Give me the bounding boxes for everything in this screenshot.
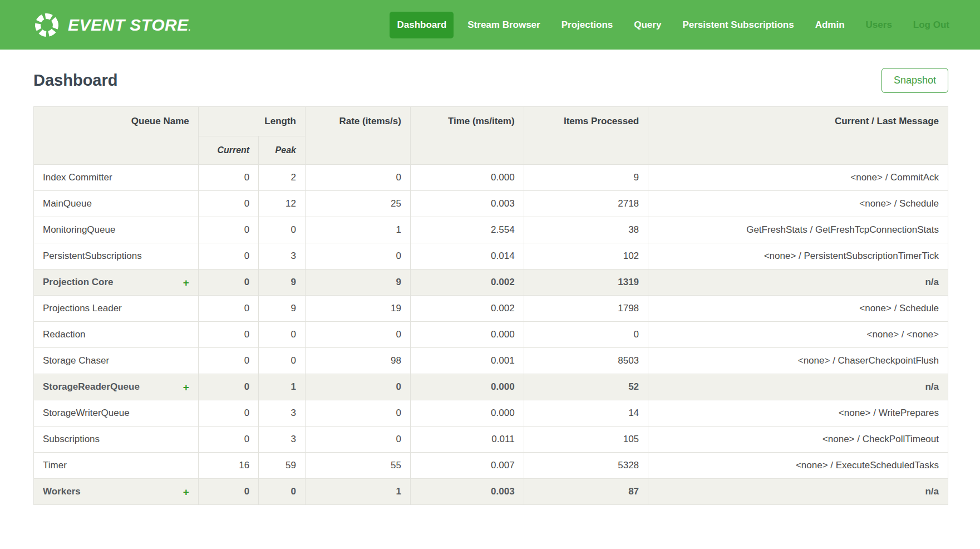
cell-message: <none> / <none> <box>648 322 948 348</box>
cell-rate: 9 <box>305 269 410 296</box>
cell-rate: 55 <box>305 453 410 479</box>
cell-rate: 25 <box>305 191 410 217</box>
cell-current: 0 <box>198 479 258 505</box>
cell-rate: 0 <box>305 165 410 191</box>
top-navbar: EVENT STORE. DashboardStream BrowserProj… <box>0 0 980 50</box>
cell-message: <none> / PersistentSubscriptionTimerTick <box>648 243 948 269</box>
queues-table-container: Queue Name Length Rate (items/s) Time (m… <box>0 93 980 505</box>
queue-name-label: Projection Core <box>43 277 114 288</box>
cell-items-processed: 0 <box>524 322 648 348</box>
cell-current: 0 <box>198 296 258 322</box>
cell-message: <none> / Schedule <box>648 296 948 322</box>
table-row: MainQueue 0 12 25 0.003 2718 <none> / Sc… <box>34 191 948 217</box>
queue-name-label: Timer <box>43 460 67 471</box>
table-row: Workers + 0 0 1 0.003 87 n/a <box>34 479 948 505</box>
nav-item-users[interactable]: Users <box>859 12 899 38</box>
cell-time: 0.011 <box>410 427 524 453</box>
nav-item-log-out[interactable]: Log Out <box>906 12 957 38</box>
table-row: Projection Core + 0 9 9 0.002 1319 n/a <box>34 269 948 296</box>
cell-peak: 3 <box>259 427 306 453</box>
brand-name: EVENT STORE. <box>68 16 191 35</box>
queue-name-label: Subscriptions <box>43 434 100 445</box>
cell-items-processed: 2718 <box>524 191 648 217</box>
cell-peak: 0 <box>259 322 306 348</box>
queue-table-body: Index Committer 0 2 0 0.000 9 <none> / C… <box>34 165 948 505</box>
table-row: Projections Leader 0 9 19 0.002 1798 <no… <box>34 296 948 322</box>
expand-plus-icon[interactable]: + <box>183 277 189 288</box>
cell-message: <none> / WritePrepares <box>648 400 948 427</box>
table-row: Subscriptions 0 3 0 0.011 105 <none> / C… <box>34 427 948 453</box>
cell-current: 0 <box>198 322 258 348</box>
nav-item-projections[interactable]: Projections <box>554 12 620 38</box>
queue-name-label: Storage Chaser <box>43 355 109 366</box>
table-row: PersistentSubscriptions 0 3 0 0.014 102 … <box>34 243 948 269</box>
queue-name-label: MonitoringQueue <box>43 224 115 236</box>
queue-name-label: PersistentSubscriptions <box>43 251 142 262</box>
queue-name-label: Index Committer <box>43 172 112 183</box>
cell-rate: 1 <box>305 479 410 505</box>
queue-name-label: Projections Leader <box>43 303 122 314</box>
cell-items-processed: 9 <box>524 165 648 191</box>
cell-rate: 1 <box>305 217 410 243</box>
cell-current: 0 <box>198 165 258 191</box>
cell-time: 0.002 <box>410 269 524 296</box>
cell-current: 0 <box>198 400 258 427</box>
cell-message: GetFreshStats / GetFreshTcpConnectionSta… <box>648 217 948 243</box>
cell-time: 0.014 <box>410 243 524 269</box>
nav-item-query[interactable]: Query <box>627 12 668 38</box>
table-row: Storage Chaser 0 0 98 0.001 8503 <none> … <box>34 348 948 374</box>
cell-peak: 2 <box>259 165 306 191</box>
cell-items-processed: 1319 <box>524 269 648 296</box>
expand-plus-icon[interactable]: + <box>183 382 189 393</box>
cell-current: 0 <box>198 217 258 243</box>
table-row: MonitoringQueue 0 0 1 2.554 38 GetFreshS… <box>34 217 948 243</box>
cell-items-processed: 38 <box>524 217 648 243</box>
cell-items-processed: 105 <box>524 427 648 453</box>
cell-time: 2.554 <box>410 217 524 243</box>
cell-message: <none> / ChaserCheckpointFlush <box>648 348 948 374</box>
nav-item-stream-browser[interactable]: Stream Browser <box>460 12 547 38</box>
column-header-length: Length <box>198 107 305 136</box>
page-header: Dashboard Snapshot <box>0 50 980 93</box>
cell-items-processed: 8503 <box>524 348 648 374</box>
cell-time: 0.000 <box>410 374 524 400</box>
cell-rate: 98 <box>305 348 410 374</box>
table-row: Index Committer 0 2 0 0.000 9 <none> / C… <box>34 165 948 191</box>
column-subheader-current: Current <box>198 136 258 165</box>
cell-time: 0.000 <box>410 165 524 191</box>
cell-message: n/a <box>648 374 948 400</box>
cell-items-processed: 5328 <box>524 453 648 479</box>
cell-peak: 3 <box>259 400 306 427</box>
nav-item-dashboard[interactable]: Dashboard <box>390 12 454 38</box>
cell-time: 0.002 <box>410 296 524 322</box>
cell-peak: 9 <box>259 269 306 296</box>
column-header-rate: Rate (items/s) <box>305 107 410 165</box>
cell-current: 0 <box>198 348 258 374</box>
nav-item-admin[interactable]: Admin <box>808 12 852 38</box>
cell-current: 0 <box>198 427 258 453</box>
event-store-ring-icon <box>33 12 60 38</box>
queues-table: Queue Name Length Rate (items/s) Time (m… <box>33 106 948 505</box>
cell-time: 0.003 <box>410 191 524 217</box>
expand-plus-icon[interactable]: + <box>183 487 189 497</box>
cell-current: 0 <box>198 374 258 400</box>
cell-peak: 9 <box>259 296 306 322</box>
queue-name-label: StorageReaderQueue <box>43 381 140 393</box>
cell-time: 0.001 <box>410 348 524 374</box>
snapshot-button[interactable]: Snapshot <box>881 68 948 93</box>
brand-logo-link[interactable]: EVENT STORE. <box>33 12 191 38</box>
column-header-items-processed: Items Processed <box>524 107 648 165</box>
cell-items-processed: 87 <box>524 479 648 505</box>
queue-name-label: Workers <box>43 486 81 497</box>
page-title: Dashboard <box>33 71 117 90</box>
cell-time: 0.000 <box>410 400 524 427</box>
cell-peak: 12 <box>259 191 306 217</box>
cell-peak: 0 <box>259 479 306 505</box>
nav-item-persistent-subscriptions[interactable]: Persistent Subscriptions <box>675 12 801 38</box>
cell-peak: 0 <box>259 217 306 243</box>
column-subheader-peak: Peak <box>259 136 306 165</box>
cell-current: 0 <box>198 269 258 296</box>
cell-current: 16 <box>198 453 258 479</box>
cell-time: 0.003 <box>410 479 524 505</box>
queue-name-label: MainQueue <box>43 198 92 209</box>
